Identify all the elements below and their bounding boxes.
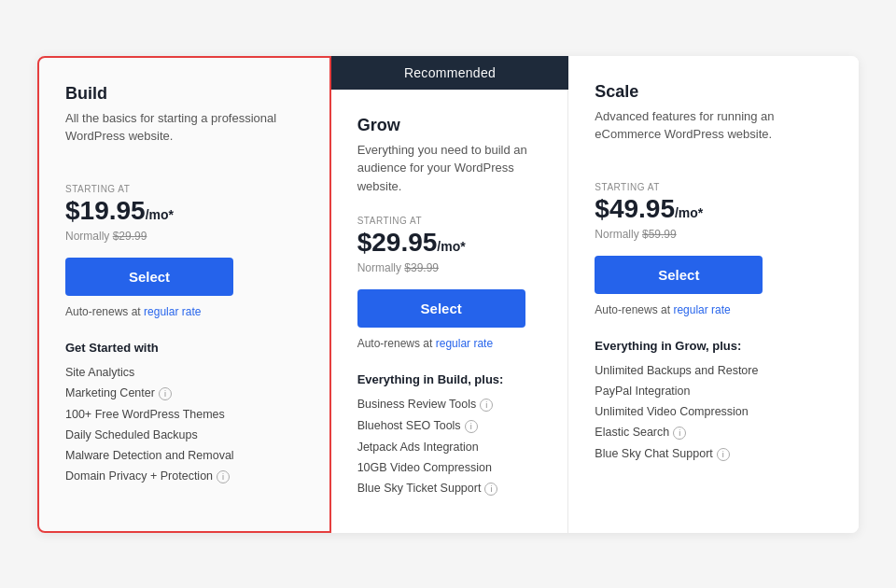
plan-desc-scale: Advanced features for running an eCommer… — [595, 107, 833, 163]
starting-at-scale: STARTING AT — [595, 182, 833, 192]
price-suffix-build: /mo* — [146, 207, 174, 222]
pricing-container: Build All the basics for starting a prof… — [37, 56, 859, 533]
feature-unlimited-backups: Unlimited Backups and Restore — [595, 364, 833, 377]
info-icon-seo[interactable]: i — [465, 420, 478, 433]
feature-malware-detection: Malware Detection and Removal — [65, 449, 303, 462]
info-icon-business[interactable]: i — [480, 399, 493, 412]
feature-wordpress-themes: 100+ Free WordPress Themes — [65, 408, 303, 421]
price-row-scale: $49.95/mo* — [595, 194, 833, 224]
price-row-grow: $29.95/mo* — [357, 228, 542, 258]
starting-at-grow: STARTING AT — [357, 216, 542, 226]
select-button-build[interactable]: Select — [65, 258, 233, 296]
plan-desc-build: All the basics for starting a profession… — [65, 109, 303, 165]
feature-jetpack-ads: Jetpack Ads Integration — [357, 441, 542, 454]
feature-video-compression: 10GB Video Compression — [357, 461, 542, 474]
features-title-grow: Everything in Build, plus: — [357, 372, 542, 386]
price-suffix-grow: /mo* — [437, 239, 465, 254]
auto-renews-scale: Auto-renews at regular rate — [595, 303, 833, 316]
regular-rate-link-grow[interactable]: regular rate — [436, 337, 493, 350]
select-button-grow[interactable]: Select — [357, 289, 525, 328]
plan-desc-grow: Everything you need to build an audience… — [357, 141, 542, 197]
plan-card-build: Build All the basics for starting a prof… — [37, 56, 331, 533]
price-normally-scale: Normally $59.99 — [595, 228, 833, 241]
price-build: $19.95 — [65, 196, 146, 226]
price-suffix-scale: /mo* — [675, 205, 703, 220]
recommended-banner: Recommended — [331, 56, 569, 90]
feature-domain-privacy: Domain Privacy + Protection i — [65, 469, 303, 483]
feature-paypal: PayPal Integration — [595, 385, 833, 398]
feature-business-review: Business Review Tools i — [357, 398, 542, 412]
features-title-scale: Everything in Grow, plus: — [595, 339, 833, 353]
select-button-scale[interactable]: Select — [595, 256, 763, 294]
feature-elastic-search: Elastic Search i — [595, 426, 833, 440]
feature-unlimited-video: Unlimited Video Compression — [595, 405, 833, 418]
feature-seo-tools: Bluehost SEO Tools i — [357, 419, 542, 433]
plan-card-grow: Grow Everything you need to build an aud… — [331, 90, 569, 533]
plan-name-scale: Scale — [595, 82, 833, 102]
price-normally-build: Normally $29.99 — [65, 230, 303, 243]
feature-ticket-support: Blue Sky Ticket Support i — [357, 482, 542, 496]
plan-card-scale: Scale Advanced features for running an e… — [568, 56, 859, 533]
starting-at-build: STARTING AT — [65, 184, 303, 194]
info-icon-ticket[interactable]: i — [484, 483, 497, 496]
regular-rate-link-scale[interactable]: regular rate — [673, 303, 730, 316]
info-icon-marketing[interactable]: i — [159, 387, 172, 400]
regular-rate-link-build[interactable]: regular rate — [144, 305, 201, 318]
info-icon-elastic[interactable]: i — [673, 427, 686, 440]
plan-name-grow: Grow — [357, 116, 542, 135]
plan-name-build: Build — [65, 84, 303, 104]
price-scale: $49.95 — [595, 194, 675, 224]
info-icon-chat[interactable]: i — [717, 448, 730, 461]
feature-site-analytics: Site Analytics — [65, 366, 303, 379]
grow-wrapper: Recommended Grow Everything you need to … — [331, 56, 569, 533]
feature-daily-backups: Daily Scheduled Backups — [65, 428, 303, 441]
auto-renews-grow: Auto-renews at regular rate — [357, 337, 542, 350]
feature-chat-support: Blue Sky Chat Support i — [595, 447, 833, 461]
auto-renews-build: Auto-renews at regular rate — [65, 305, 303, 318]
features-title-build: Get Started with — [65, 341, 303, 355]
info-icon-domain[interactable]: i — [217, 470, 230, 483]
price-normally-grow: Normally $39.99 — [357, 261, 542, 274]
price-grow: $29.95 — [357, 228, 438, 258]
price-row-build: $19.95/mo* — [65, 196, 303, 226]
feature-marketing-center: Marketing Center i — [65, 386, 303, 400]
